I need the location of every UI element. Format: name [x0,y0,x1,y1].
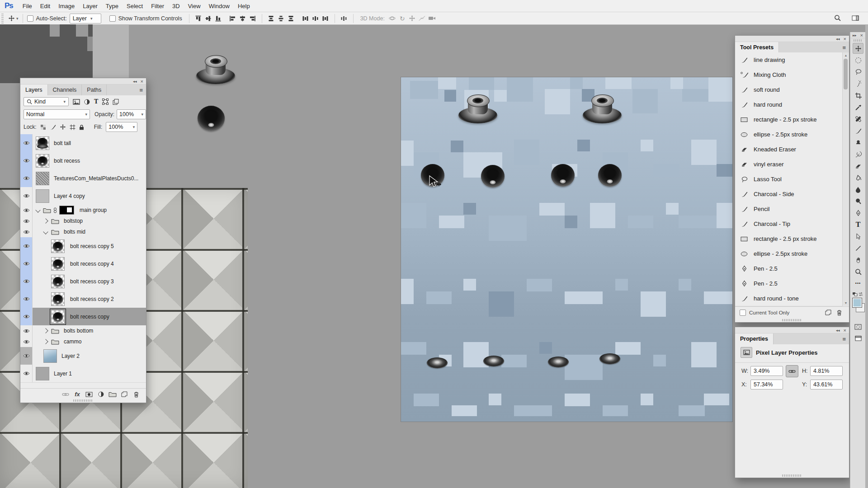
group-row-bolts-mid[interactable]: bolts mid [20,226,146,238]
marquee-tool[interactable] [853,55,863,66]
preset-line-drawing[interactable]: line drawing [735,52,843,68]
blend-mode-dropdown[interactable]: Normal ▾ [24,109,90,119]
lock-artboard-icon[interactable] [70,124,75,130]
visibility-toggle[interactable] [20,290,33,308]
preset-pen[interactable]: Pen - 2.5 [735,261,843,277]
layer-name[interactable]: bolt recess copy 5 [70,243,114,249]
menu-edit[interactable]: Edit [36,0,54,12]
expand-group-chevron-icon[interactable] [43,339,48,344]
line-tool[interactable] [853,243,863,253]
3d-roll-icon[interactable]: ↻ [397,14,407,23]
scroll-down-icon[interactable]: ▼ [843,300,849,306]
path-selection-tool[interactable] [853,231,863,242]
menu-3d[interactable]: 3D [168,0,184,12]
layer-row-layer1[interactable]: Layer 1 [20,365,146,383]
distribute-right-button[interactable] [321,14,330,23]
screen-mode-icon[interactable] [853,333,863,344]
visibility-toggle[interactable] [20,187,33,205]
gradient-tool[interactable] [853,172,863,183]
eraser-tool[interactable] [853,160,863,171]
layer-name[interactable]: Layer 2 [61,353,80,359]
preset-ellipse-2[interactable]: ellipse - 2.5px stroke [735,246,843,262]
zoom-tool[interactable] [853,266,863,277]
layer-name[interactable]: bolt recess [54,158,80,164]
group-row-boltstop[interactable]: boltstop [20,216,146,227]
tab-channels[interactable]: Channels [48,84,82,95]
filter-pixel-icon[interactable] [73,99,80,105]
close-panel-icon[interactable]: × [141,79,143,84]
visibility-toggle[interactable] [20,272,33,290]
group-row-bolts-bottom[interactable]: bolts bottom [20,325,146,337]
preset-soft-round[interactable]: soft round [735,82,843,98]
close-panel-icon[interactable]: × [844,36,846,42]
visibility-toggle[interactable] [20,237,33,255]
menu-help[interactable]: Help [234,0,254,12]
menu-filter[interactable]: Filter [147,0,168,12]
layer-name[interactable]: Layer 4 copy [54,193,85,199]
hand-tool[interactable] [853,254,863,265]
layer-name[interactable]: cammo [64,338,81,345]
width-field[interactable]: 3.49% [750,366,783,376]
3d-slide-icon[interactable] [417,14,427,23]
layer-style-fx-icon[interactable]: fx [72,389,83,399]
tab-paths[interactable]: Paths [82,84,107,95]
visibility-toggle[interactable] [20,216,33,226]
lock-transparency-icon[interactable] [40,124,46,130]
preset-hard-round-tone[interactable]: hard round - tone [735,291,843,306]
y-field[interactable]: 43.61% [810,380,843,389]
clone-stamp-tool[interactable] [853,137,863,148]
lock-position-icon[interactable] [60,124,66,130]
presets-scrollbar[interactable]: ▲ ▼ [842,52,849,306]
align-hcenter-button[interactable] [238,14,248,23]
link-dimensions-button[interactable] [786,365,798,377]
layer-name[interactable]: bolt recess copy [70,314,109,320]
foreground-color-swatch[interactable] [852,298,862,308]
layer-row-copy3[interactable]: bolt recess copy 3 [20,272,146,291]
menu-view[interactable]: View [184,0,205,12]
crop-tool[interactable] [853,90,863,101]
distribute-top-button[interactable] [266,14,276,23]
menu-layer[interactable]: Layer [79,0,102,12]
layer-row-bolt-recess[interactable]: bolt recess [20,152,146,170]
edit-toolbar-icon[interactable]: ••• [853,278,863,289]
close-panel-icon[interactable]: × [844,328,846,333]
distribute-left-button[interactable] [301,14,311,23]
options-grip[interactable] [1,14,4,23]
auto-select-checkbox[interactable] [27,15,33,22]
tab-tool-presets[interactable]: Tool Presets [735,42,779,53]
preset-hard-round[interactable]: hard round [735,97,843,113]
group-row-cammo[interactable]: cammo [20,336,146,347]
layer-row-layer2[interactable]: Layer 2 [20,347,146,365]
distribute-bottom-button[interactable] [286,14,296,23]
collapse-group-chevron-icon[interactable] [43,229,48,234]
link-layers-icon[interactable] [60,389,71,399]
move-tool-options-icon[interactable] [6,14,16,23]
3d-orbit-icon[interactable] [387,14,397,23]
history-brush-tool[interactable] [853,149,863,160]
layer-name[interactable]: bolt recess copy 2 [70,296,114,302]
tab-layers[interactable]: Layers [20,84,48,95]
expand-group-chevron-icon[interactable] [43,218,48,223]
new-group-icon[interactable] [107,389,118,399]
mask-link-icon[interactable] [53,207,57,213]
align-bottom-button[interactable] [213,14,223,23]
preset-charcoal-tip[interactable]: Charcoal - Tip [735,216,843,232]
filter-adjustment-icon[interactable] [84,99,90,105]
preset-ellipse[interactable]: ellipse - 2.5px stroke [735,127,843,142]
lasso-tool[interactable] [853,66,863,77]
preset-rectangle-2[interactable]: rectangle - 2.5 px stroke [735,231,843,247]
visibility-toggle[interactable] [20,152,33,169]
tools-titlebar[interactable]: ▸▸ × [850,32,866,38]
layer-row-copy4[interactable]: bolt recess copy 4 [20,255,146,273]
fill-dropdown[interactable]: 100% ▾ [106,122,137,132]
layer-thumbnail[interactable] [36,172,49,185]
filter-kind-dropdown[interactable]: Kind ▾ [24,97,69,106]
layer-name[interactable]: bolt recess copy 3 [70,278,114,285]
panel-menu-icon[interactable]: ≡ [839,333,849,344]
layer-row-copy2[interactable]: bolt recess copy 2 [20,290,146,308]
healing-brush-tool[interactable] [853,113,863,124]
layer-thumbnail[interactable] [43,349,57,363]
visibility-toggle[interactable] [20,205,33,216]
layer-row-bolt-tall[interactable]: bolt tall [20,134,146,152]
3d-pan-icon[interactable] [407,14,417,23]
